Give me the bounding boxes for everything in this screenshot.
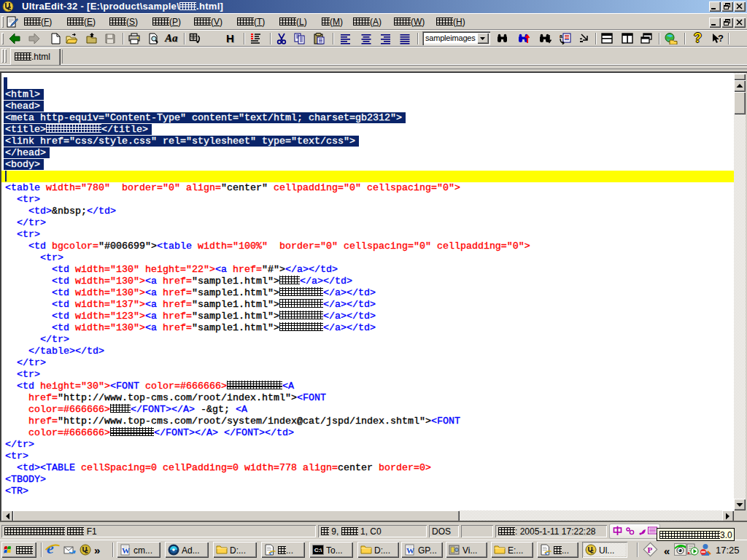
- svg-text:?: ?: [718, 33, 724, 44]
- svg-text:a: a: [560, 34, 562, 39]
- svg-text:W: W: [122, 546, 130, 555]
- svg-text:W: W: [406, 546, 414, 555]
- svg-text:P: P: [648, 545, 653, 554]
